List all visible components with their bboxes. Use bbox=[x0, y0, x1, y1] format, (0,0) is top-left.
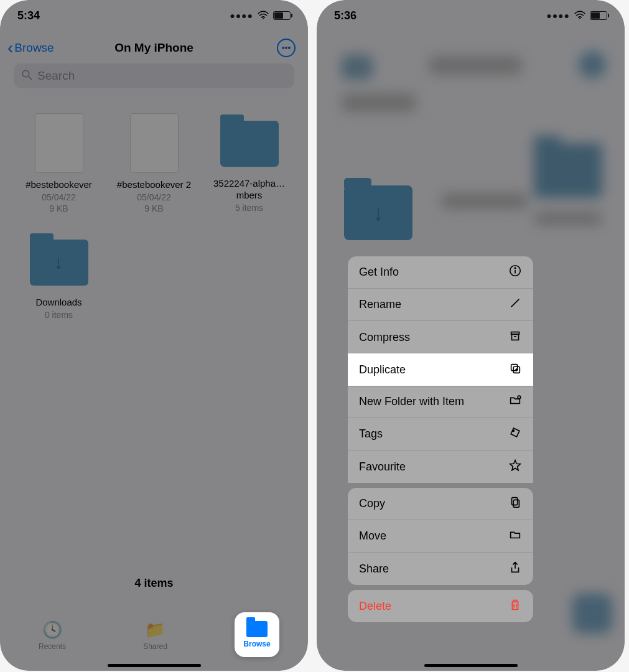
item-count: 4 items bbox=[0, 577, 308, 590]
menu-label: Move bbox=[359, 530, 386, 543]
file-grid: #bestebookever 05/04/22 9 KB #bestebooke… bbox=[0, 95, 308, 320]
file-name: #bestebookever 2 bbox=[117, 179, 191, 191]
duplicate-icon bbox=[508, 362, 522, 378]
signal-icon: ●●●● bbox=[230, 11, 253, 21]
file-item[interactable]: #bestebookever 2 05/04/22 9 KB bbox=[108, 113, 200, 213]
status-time: 5:36 bbox=[334, 9, 356, 22]
menu-label: Copy bbox=[359, 497, 385, 510]
info-icon bbox=[508, 264, 522, 281]
svg-rect-18 bbox=[512, 498, 518, 505]
battery-icon bbox=[590, 11, 607, 20]
file-date: 05/04/22 bbox=[137, 192, 171, 202]
menu-duplicate[interactable]: Duplicate bbox=[348, 353, 533, 386]
menu-label: Tags bbox=[359, 427, 383, 441]
file-item[interactable]: 3522247-alpha…mbers 5 items bbox=[203, 113, 296, 213]
copy-icon bbox=[508, 495, 522, 512]
browse-label: Browse bbox=[243, 640, 270, 648]
svg-point-0 bbox=[263, 17, 264, 19]
clock-icon: 🕓 bbox=[42, 620, 62, 640]
status-icons: ●●●● bbox=[546, 9, 607, 22]
right-screenshot: 5:36 ●●●● Get Info Rename Compress bbox=[317, 0, 625, 671]
more-button[interactable]: ••• bbox=[277, 39, 296, 57]
menu-label: Delete bbox=[359, 600, 391, 613]
back-button[interactable]: ‹ Browse bbox=[7, 39, 54, 57]
tab-shared[interactable]: 📁 Shared bbox=[143, 620, 167, 651]
download-folder-icon bbox=[30, 240, 88, 286]
file-name: 3522247-alpha…mbers bbox=[206, 178, 293, 202]
menu-delete[interactable]: Delete bbox=[348, 590, 533, 622]
tag-icon bbox=[508, 426, 522, 442]
menu-new-folder[interactable]: New Folder with Item bbox=[348, 386, 533, 418]
pencil-icon bbox=[508, 296, 522, 313]
file-meta: 0 items bbox=[45, 310, 73, 320]
menu-label: Compress bbox=[359, 331, 410, 344]
shared-folder-icon: 📁 bbox=[145, 620, 165, 640]
signal-icon: ●●●● bbox=[546, 11, 570, 21]
menu-label: Favourite bbox=[359, 460, 406, 474]
file-size: 9 KB bbox=[49, 203, 68, 213]
menu-label: Duplicate bbox=[359, 363, 406, 376]
status-bar: 5:36 ●●●● bbox=[317, 0, 625, 31]
archive-icon bbox=[508, 329, 522, 346]
home-indicator bbox=[108, 664, 201, 667]
file-date: 05/04/22 bbox=[42, 192, 76, 202]
selected-folder-icon[interactable] bbox=[344, 185, 412, 240]
svg-rect-19 bbox=[513, 500, 519, 507]
menu-move[interactable]: Move bbox=[348, 520, 533, 553]
status-time: 5:34 bbox=[17, 9, 40, 22]
tab-label: Recents bbox=[39, 642, 66, 651]
menu-label: New Folder with Item bbox=[359, 395, 464, 408]
svg-point-16 bbox=[513, 430, 514, 431]
home-indicator bbox=[424, 664, 518, 667]
menu-favourite[interactable]: Favourite bbox=[348, 450, 533, 483]
context-menu: Get Info Rename Compress Duplicate New F… bbox=[348, 256, 533, 622]
svg-marker-17 bbox=[510, 460, 521, 470]
battery-icon bbox=[273, 11, 291, 20]
folder-icon bbox=[220, 121, 279, 167]
folder-icon bbox=[508, 528, 522, 544]
wifi-icon bbox=[257, 9, 269, 22]
file-meta: 5 items bbox=[235, 203, 263, 213]
menu-tags[interactable]: Tags bbox=[348, 418, 533, 450]
left-screenshot: 5:34 ●●●● ‹ Browse On My iPhone ••• Sear… bbox=[0, 0, 308, 671]
wifi-icon bbox=[574, 9, 586, 22]
file-item[interactable]: Downloads 0 items bbox=[12, 232, 105, 320]
back-label: Browse bbox=[14, 41, 54, 55]
svg-line-7 bbox=[511, 299, 520, 307]
document-icon bbox=[130, 113, 179, 173]
menu-rename[interactable]: Rename bbox=[348, 289, 533, 321]
status-bar: 5:34 ●●●● bbox=[0, 0, 308, 31]
star-icon bbox=[508, 459, 522, 475]
menu-compress[interactable]: Compress bbox=[348, 321, 533, 353]
tab-recents[interactable]: 🕓 Recents bbox=[39, 620, 66, 651]
svg-rect-9 bbox=[512, 334, 519, 340]
search-placeholder: Search bbox=[37, 69, 75, 83]
menu-share[interactable]: Share bbox=[348, 553, 533, 585]
chevron-left-icon: ‹ bbox=[7, 39, 13, 57]
menu-label: Rename bbox=[359, 298, 401, 311]
status-icons: ●●●● bbox=[230, 9, 291, 22]
svg-line-2 bbox=[29, 77, 32, 80]
file-size: 9 KB bbox=[144, 203, 163, 213]
share-icon bbox=[508, 561, 522, 577]
file-item[interactable]: #bestebookever 05/04/22 9 KB bbox=[12, 113, 105, 213]
menu-copy[interactable]: Copy bbox=[348, 488, 533, 520]
browse-tab-highlight[interactable]: Browse bbox=[235, 612, 279, 657]
svg-point-1 bbox=[22, 70, 29, 77]
menu-label: Get Info bbox=[359, 266, 399, 279]
svg-point-6 bbox=[515, 268, 515, 268]
menu-label: Share bbox=[359, 562, 389, 576]
svg-point-3 bbox=[579, 17, 580, 19]
ellipsis-icon: ••• bbox=[282, 43, 291, 53]
file-name: Downloads bbox=[35, 297, 82, 309]
folder-icon bbox=[246, 621, 268, 637]
nav-header: ‹ Browse On My iPhone ••• bbox=[0, 31, 308, 63]
document-icon bbox=[35, 113, 83, 173]
new-folder-icon bbox=[508, 393, 522, 410]
file-name: #bestebookever bbox=[26, 179, 92, 191]
tab-label: Shared bbox=[143, 642, 167, 651]
menu-get-info[interactable]: Get Info bbox=[348, 256, 533, 289]
search-icon bbox=[21, 69, 32, 83]
search-input[interactable]: Search bbox=[14, 63, 294, 88]
trash-icon bbox=[508, 598, 522, 615]
